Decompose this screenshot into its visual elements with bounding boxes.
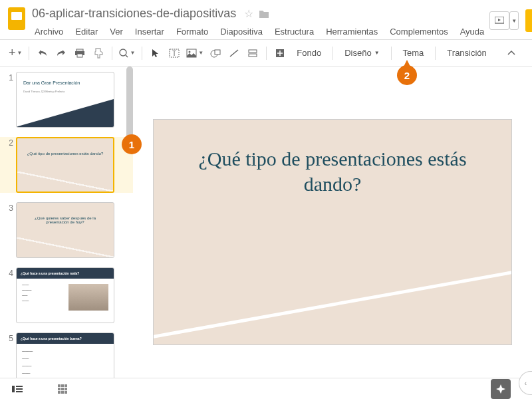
fondo-button[interactable]: Fondo <box>290 45 328 61</box>
svg-rect-22 <box>12 386 15 392</box>
svg-rect-16 <box>249 50 257 53</box>
thumbnails-scrollbar[interactable] <box>126 66 133 378</box>
textbox-tool[interactable]: T <box>166 45 183 62</box>
explore-button[interactable] <box>491 379 511 399</box>
svg-rect-31 <box>65 388 67 390</box>
header-right: ▼ <box>489 9 532 32</box>
menu-insertar[interactable]: Insertar <box>130 25 170 39</box>
annotation-marker-2: 2 <box>397 65 417 85</box>
tema-button[interactable]: Tema <box>396 45 431 61</box>
toolbar: +▼ ▼ T ▼ Fondo Diseño▼ Tema Transición <box>0 40 532 66</box>
svg-rect-32 <box>58 391 61 394</box>
slides-logo-icon <box>8 7 25 30</box>
grid-view-icon[interactable] <box>53 381 72 397</box>
menu-formato[interactable]: Formato <box>171 25 213 39</box>
svg-rect-6 <box>77 54 82 57</box>
svg-rect-25 <box>16 391 23 392</box>
svg-rect-34 <box>65 391 67 394</box>
new-slide-button[interactable]: +▼ <box>7 45 24 62</box>
comment-tool[interactable] <box>244 45 261 62</box>
menu-archivo[interactable]: Archivo <box>29 25 68 39</box>
select-tool[interactable] <box>147 45 164 62</box>
slide-decoration <box>153 258 512 345</box>
thumb-number: 1 <box>5 72 16 128</box>
svg-rect-27 <box>61 384 64 387</box>
menu-diapositiva[interactable]: Diapositiva <box>215 25 268 39</box>
menu-complementos[interactable]: Complementos <box>384 25 453 39</box>
document-title[interactable]: 06-aplicar-transiciones-de-diapositivas <box>29 5 239 22</box>
image-tool[interactable]: ▼ <box>184 45 205 62</box>
thumb-1[interactable]: 1 Dar una Gran Presentación David Thesan… <box>5 72 130 128</box>
shape-tool[interactable] <box>207 45 224 62</box>
thumb-number: 4 <box>5 267 16 323</box>
svg-rect-14 <box>215 50 220 55</box>
transicion-button[interactable]: Transición <box>440 45 493 61</box>
svg-rect-29 <box>58 388 61 390</box>
menu-ayuda[interactable]: Ayuda <box>455 25 490 39</box>
filmstrip-view-icon[interactable] <box>8 381 27 397</box>
insert-plus-button[interactable] <box>271 45 289 62</box>
slide-thumbnails-panel[interactable]: 1 Dar una Gran Presentación David Thesan… <box>0 66 133 378</box>
present-dropdown[interactable]: ▼ <box>509 11 519 30</box>
collapse-toolbar-icon[interactable] <box>503 45 520 62</box>
svg-rect-23 <box>16 386 23 387</box>
title-area: 06-aplicar-transiciones-de-diapositivas … <box>29 5 489 39</box>
redo-button[interactable] <box>53 45 70 62</box>
present-button[interactable] <box>489 11 509 30</box>
svg-rect-4 <box>76 49 83 51</box>
svg-rect-24 <box>16 388 23 390</box>
thumb-3[interactable]: 3 ¿Qué quieres saber después de la prese… <box>5 202 130 258</box>
print-button[interactable] <box>71 45 88 62</box>
thumb-4[interactable]: 4 ¿Qué hace a una presentación mala? ━━━… <box>5 267 130 323</box>
thumb-image-placeholder <box>68 284 108 311</box>
svg-line-15 <box>230 50 238 57</box>
undo-button[interactable] <box>34 45 51 62</box>
svg-point-7 <box>120 49 126 56</box>
svg-line-21 <box>153 271 512 338</box>
menu-estructura[interactable]: Estructura <box>269 25 319 39</box>
thumb-number: 5 <box>5 332 16 378</box>
paint-format-button[interactable] <box>90 45 107 62</box>
move-folder-icon[interactable] <box>259 9 269 19</box>
star-icon[interactable]: ☆ <box>244 7 253 20</box>
menu-ver[interactable]: Ver <box>104 25 128 39</box>
svg-rect-17 <box>249 54 257 57</box>
thumb-number: 2 <box>5 137 16 193</box>
slide-canvas-area[interactable]: ¿Qué tipo de presentaciones estás dando? <box>133 66 532 378</box>
menu-herramientas[interactable]: Herramientas <box>321 25 383 39</box>
share-button[interactable] <box>525 9 532 32</box>
slide-title-text[interactable]: ¿Qué tipo de presentaciones estás dando? <box>154 120 511 196</box>
menu-bar: Archivo Editar Ver Insertar Formato Diap… <box>29 25 489 39</box>
current-slide[interactable]: ¿Qué tipo de presentaciones estás dando? <box>153 119 512 345</box>
svg-line-8 <box>126 55 128 57</box>
bottom-bar <box>0 378 532 399</box>
thumb-number: 3 <box>5 202 16 258</box>
thumb-5[interactable]: 5 ¿Qué hace a una presentación buena? ━━… <box>5 332 130 378</box>
svg-point-12 <box>189 51 191 53</box>
diseno-button[interactable]: Diseño▼ <box>338 45 386 61</box>
svg-rect-26 <box>58 384 61 387</box>
thumb-2[interactable]: 2 ¿Qué tipo de presentaciones estás dand… <box>0 137 133 193</box>
app-logo[interactable] <box>8 5 25 32</box>
annotation-marker-1: 1 <box>122 134 142 154</box>
menu-editar[interactable]: Editar <box>70 25 103 39</box>
svg-text:T: T <box>172 50 176 57</box>
app-header: 06-aplicar-transiciones-de-diapositivas … <box>0 0 532 40</box>
zoom-button[interactable]: ▼ <box>117 45 137 62</box>
line-tool[interactable] <box>225 45 243 62</box>
main-area: 1 Dar una Gran Presentación David Thesan… <box>0 66 532 378</box>
svg-rect-28 <box>65 384 67 387</box>
svg-rect-30 <box>61 388 64 390</box>
svg-rect-33 <box>61 391 64 394</box>
